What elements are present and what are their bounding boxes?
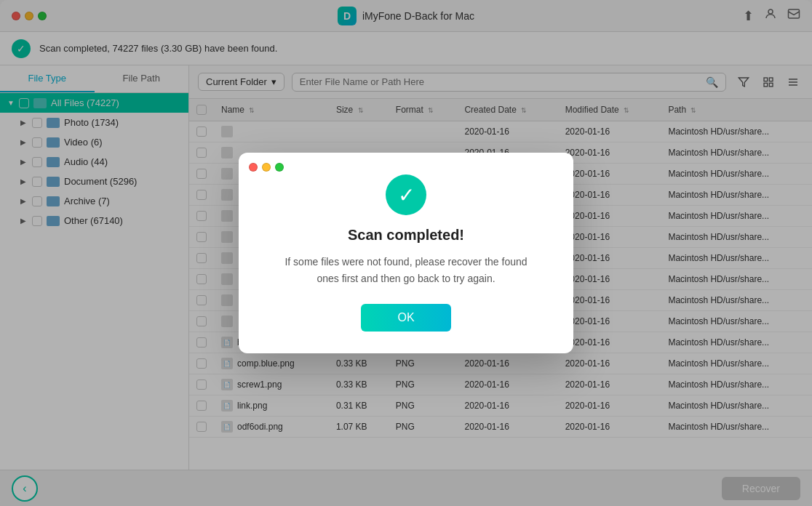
modal-title: Scan completed! (348, 227, 464, 244)
modal-traffic-lights (249, 163, 284, 172)
modal-dialog: ✓ Scan completed! If some files were not… (239, 153, 573, 353)
modal-check-icon: ✓ (386, 174, 426, 215)
modal-description: If some files were not found, please rec… (284, 254, 527, 286)
modal-overlay[interactable]: ✓ Scan completed! If some files were not… (0, 0, 812, 506)
modal-max-button[interactable] (275, 163, 284, 172)
modal-ok-button[interactable]: OK (361, 304, 450, 332)
modal-min-button[interactable] (262, 163, 271, 172)
modal-close-button[interactable] (249, 163, 258, 172)
